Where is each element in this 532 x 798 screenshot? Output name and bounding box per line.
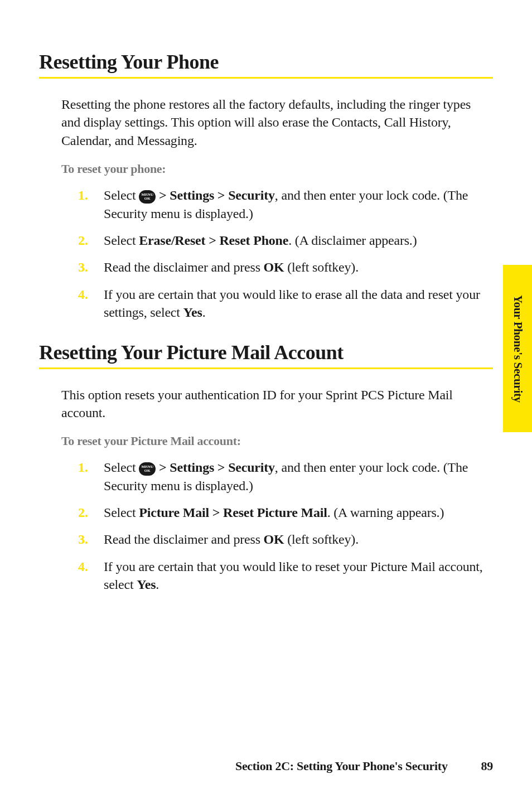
step-text: (left softkey). [284,532,359,546]
footer-section-title: Section 2C: Setting Your Phone's Securit… [235,759,448,773]
step-text: . [202,305,206,320]
menu-ok-icon: MENUOK [139,462,156,476]
step-text: Select [104,460,139,475]
step-text: Select [104,505,139,520]
step-bold: Picture Mail > Reset Picture Mail [139,505,327,520]
step-text: Select [104,188,139,202]
heading-rule [39,77,493,79]
step-text: . [156,577,159,592]
step-number: 2. [78,504,104,521]
subheading-reset-picturemail: To reset your Picture Mail account: [61,434,493,448]
step-bold: Yes [183,305,202,320]
step-bold: OK [264,260,284,274]
step: 3. Read the disclaimer and press OK (lef… [78,530,487,548]
step-body: Select Erase/Reset > Reset Phone. (A dis… [104,231,487,249]
step-number: 2. [78,231,104,249]
step-body: If you are certain that you would like t… [104,286,487,322]
page-content: Resetting Your Phone Resetting the phone… [0,0,532,594]
step-number: 1. [78,458,104,495]
footer-page-number: 89 [481,759,493,773]
step-text: Select [104,233,139,248]
step: 4. If you are certain that you would lik… [78,558,487,594]
icon-bot: OK [144,469,151,472]
page-footer: Section 2C: Setting Your Phone's Securit… [0,759,532,773]
step-text: Read the disclaimer and press [104,260,264,274]
step-number: 3. [78,530,104,548]
step-body: Select MENUOK > Settings > Security, and… [104,458,487,495]
step-body: If you are certain that you would like t… [104,558,487,594]
step-number: 1. [78,186,104,223]
step-bold: Yes [137,577,156,592]
step-bold: Erase/Reset > Reset Phone [139,233,288,248]
step-text: If you are certain that you would like t… [104,559,483,592]
heading-rule [39,367,493,369]
step-bold: OK [264,532,284,546]
step: 1. Select MENUOK > Settings > Security, … [78,458,487,495]
heading-reset-picturemail: Resetting Your Picture Mail Account [39,341,493,364]
step-text: If you are certain that you would like t… [104,287,480,320]
step-number: 3. [78,258,104,276]
menu-ok-icon: MENUOK [139,190,156,204]
step: 3. Read the disclaimer and press OK (lef… [78,258,487,276]
step-bold: > Settings > Security [156,188,275,202]
step-body: Select Picture Mail > Reset Picture Mail… [104,504,487,521]
step-text: . (A warning appears.) [327,505,444,520]
step: 2. Select Picture Mail > Reset Picture M… [78,504,487,521]
step: 1. Select MENUOK > Settings > Security, … [78,186,487,223]
step-body: Select MENUOK > Settings > Security, and… [104,186,487,223]
step-text: . (A disclaimer appears.) [288,233,417,248]
steps-reset-picturemail: 1. Select MENUOK > Settings > Security, … [78,458,487,593]
step-number: 4. [78,558,104,594]
step-text: Read the disclaimer and press [104,532,264,546]
step-text: (left softkey). [284,260,359,274]
step-body: Read the disclaimer and press OK (left s… [104,530,487,548]
heading-reset-phone: Resetting Your Phone [39,50,493,74]
intro-reset-picturemail: This option resets your authentication I… [61,386,487,422]
step-bold: > Settings > Security [156,460,275,475]
steps-reset-phone: 1. Select MENUOK > Settings > Security, … [78,186,487,321]
subheading-reset-phone: To reset your phone: [61,162,493,176]
intro-reset-phone: Resetting the phone restores all the fac… [61,95,487,149]
step-body: Read the disclaimer and press OK (left s… [104,258,487,276]
step: 2. Select Erase/Reset > Reset Phone. (A … [78,231,487,249]
icon-bot: OK [144,197,151,200]
step-number: 4. [78,286,104,322]
step: 4. If you are certain that you would lik… [78,286,487,322]
